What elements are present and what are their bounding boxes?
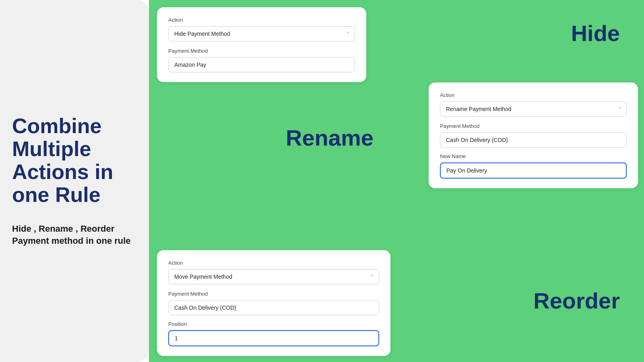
hide-payment-group: Payment Method [168, 48, 355, 72]
rename-action-group: Action Rename Payment Method ⌃ [440, 92, 627, 117]
move-action-label: Action [168, 260, 379, 266]
sub-title: Hide , Rename , Reorder Payment method i… [12, 223, 137, 248]
hide-action-group: Action Hide Payment Method ⌃ [168, 17, 355, 41]
left-panel: Combine Multiple Actions in one Rule Hid… [0, 0, 149, 362]
rename-action-select-wrapper[interactable]: Rename Payment Method ⌃ [440, 101, 627, 117]
move-payment-input[interactable] [168, 300, 379, 315]
hide-payment-input[interactable] [168, 57, 355, 72]
hide-card: Action Hide Payment Method ⌃ Payment Met… [157, 7, 366, 82]
main-title: Combine Multiple Actions in one Rule [12, 115, 137, 207]
move-action-select-wrapper[interactable]: Move Payment Method ⌃ [168, 269, 379, 284]
rename-action-label: Action [440, 92, 627, 98]
move-position-input[interactable] [168, 330, 379, 346]
rename-label: Rename [286, 125, 374, 151]
rename-action-select[interactable]: Rename Payment Method [440, 101, 627, 117]
move-action-group: Action Move Payment Method ⌃ [168, 260, 379, 284]
move-position-group: Position [168, 321, 379, 346]
rename-newname-label: New Name [440, 153, 627, 159]
move-card: Action Move Payment Method ⌃ Payment Met… [157, 250, 390, 356]
reorder-label: Reorder [533, 288, 620, 314]
rename-card: Action Rename Payment Method ⌃ Payment M… [429, 82, 638, 188]
move-position-label: Position [168, 321, 379, 327]
right-panel: Hide Action Hide Payment Method ⌃ Paymen… [149, 0, 644, 362]
hide-action-label: Action [168, 17, 355, 23]
rename-newname-group: New Name [440, 153, 627, 179]
rename-payment-group: Payment Method [440, 123, 627, 148]
hide-payment-label: Payment Method [168, 48, 355, 54]
rename-payment-label: Payment Method [440, 123, 627, 129]
move-payment-group: Payment Method [168, 291, 379, 315]
hide-action-select-wrapper[interactable]: Hide Payment Method ⌃ [168, 26, 355, 41]
rename-newname-input[interactable] [440, 162, 627, 179]
move-payment-label: Payment Method [168, 291, 379, 297]
rename-payment-input[interactable] [440, 132, 627, 148]
hide-label: Hide [571, 20, 620, 46]
hide-action-select[interactable]: Hide Payment Method [168, 26, 355, 41]
move-action-select[interactable]: Move Payment Method [168, 269, 379, 284]
